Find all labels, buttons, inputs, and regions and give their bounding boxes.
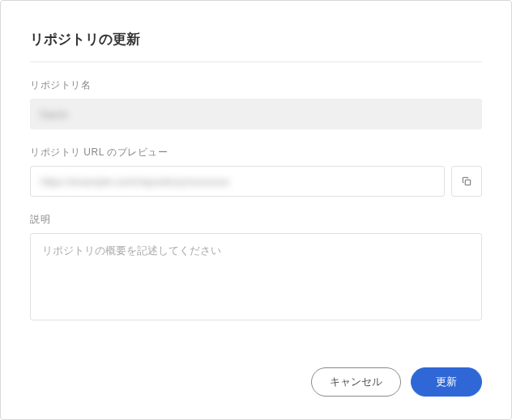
repository-name-label: リポジトリ名 bbox=[30, 78, 482, 92]
repository-url-input[interactable]: https://example.com/repository/xxxxxxxx bbox=[30, 166, 445, 197]
dialog-title: リポジトリの更新 bbox=[30, 30, 482, 49]
copy-icon bbox=[461, 176, 472, 187]
copy-url-button[interactable] bbox=[451, 166, 482, 197]
repository-name-field: リポジトリ名 Name bbox=[30, 78, 482, 129]
cancel-button[interactable]: キャンセル bbox=[311, 367, 401, 397]
description-label: 説明 bbox=[30, 213, 482, 227]
update-repository-dialog: リポジトリの更新 リポジトリ名 Name リポジトリ URL のプレビュー ht… bbox=[0, 0, 512, 420]
divider bbox=[30, 62, 482, 62]
submit-button[interactable]: 更新 bbox=[411, 367, 482, 397]
repository-url-label: リポジトリ URL のプレビュー bbox=[30, 146, 482, 159]
description-field: 説明 bbox=[30, 213, 482, 324]
dialog-footer: キャンセル 更新 bbox=[30, 353, 482, 397]
description-textarea[interactable] bbox=[30, 233, 482, 320]
svg-rect-0 bbox=[465, 180, 470, 185]
repository-url-value: https://example.com/repository/xxxxxxxx bbox=[41, 176, 229, 188]
repository-url-field: リポジトリ URL のプレビュー https://example.com/rep… bbox=[30, 146, 482, 197]
repository-name-value: Name bbox=[40, 108, 68, 121]
repository-name-input[interactable]: Name bbox=[30, 99, 482, 129]
